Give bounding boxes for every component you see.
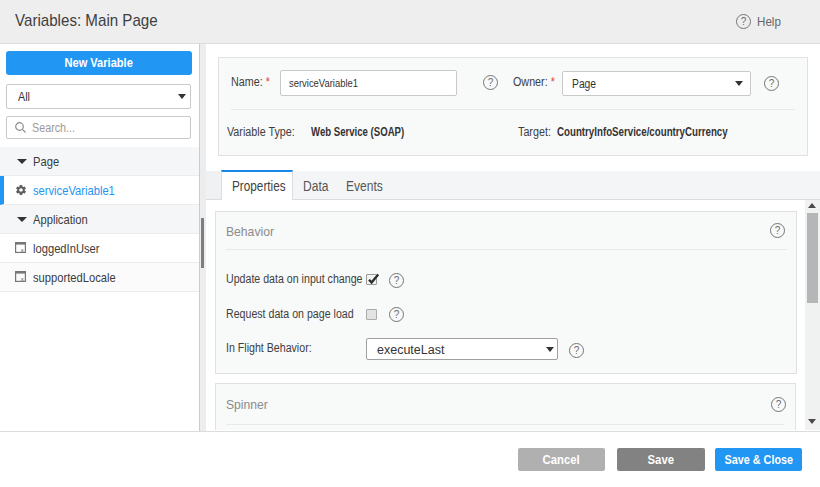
svg-text:x: x	[21, 247, 24, 253]
svg-text:x: x	[21, 276, 24, 282]
